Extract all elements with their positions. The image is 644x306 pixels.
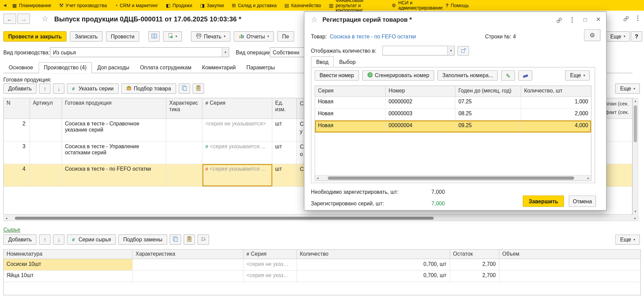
cell-nomenclature-current[interactable]: Сосиски 10шт: [4, 259, 133, 270]
series-row-selected[interactable]: Новая 00000004 09.25 4,000: [315, 120, 591, 132]
col-plan-fact[interactable]: план (сек. факт (сек.: [603, 98, 632, 118]
raw-table-row[interactable]: Яйца 10шт <серия не указ… 0,700, шт 2,70…: [4, 271, 640, 282]
cell-series-current[interactable]: #<серия указывается ...: [202, 164, 272, 186]
col-characteristic[interactable]: Характеристика: [166, 98, 202, 118]
more-button-dialog[interactable]: Еще▾: [565, 70, 590, 81]
tab-employee-pay[interactable]: Оплата сотрудникам: [135, 62, 197, 73]
menu-item-crm[interactable]: ◔CRM и маркетинг: [111, 2, 162, 8]
move-up-button[interactable]: ↑: [39, 84, 51, 94]
copy-row-button[interactable]: [170, 235, 181, 245]
col-product[interactable]: Готовая продукция: [62, 98, 166, 118]
back-button[interactable]: ←: [3, 14, 16, 24]
post-button[interactable]: Провести: [106, 31, 140, 41]
menu-item-sales[interactable]: ◧Продажи: [162, 2, 196, 8]
pick-goods-button[interactable]: Подбор товара: [121, 84, 176, 94]
move-down-button[interactable]: ↓: [53, 84, 65, 94]
col-rest[interactable]: Остаток: [450, 250, 499, 259]
more-button-raw[interactable]: Еще▾: [615, 235, 640, 245]
generate-number-button[interactable]: Сгенерировать номер: [362, 70, 434, 81]
scroll-track[interactable]: [633, 104, 638, 209]
col-series[interactable]: Серия: [315, 86, 386, 96]
scroll-right-icon[interactable]: ▸: [632, 216, 638, 220]
menu-item-treasury[interactable]: ▤Казначейство: [281, 2, 325, 8]
series-row[interactable]: Новая 00000003 08.25 2,000: [315, 108, 591, 120]
help-button[interactable]: ?: [631, 31, 642, 41]
menu-item-warehouse[interactable]: ⊞Склад и доставка: [228, 2, 280, 8]
copy-row-button[interactable]: [179, 84, 190, 94]
link-icon[interactable]: [554, 15, 564, 25]
set-series-button[interactable]: #Указать серии: [67, 84, 118, 94]
edit-button[interactable]: ✎: [501, 70, 515, 81]
post-and-close-button[interactable]: Провести и закрыть: [3, 31, 67, 41]
move-down-button[interactable]: ↓: [53, 235, 65, 245]
kebab-icon[interactable]: ⋮: [567, 15, 577, 25]
col-series[interactable]: #Серия: [202, 98, 272, 118]
output-table-vscrollbar[interactable]: ▴ ▾: [632, 98, 638, 215]
tab-extra-costs[interactable]: Доп расходы: [92, 62, 135, 73]
paste-row-button[interactable]: [184, 235, 195, 245]
add-row-button[interactable]: Добавить: [3, 84, 37, 94]
scroll-down-icon[interactable]: ▾: [633, 209, 638, 215]
scroll-left-icon[interactable]: ◂: [315, 176, 320, 181]
forward-button[interactable]: →: [17, 14, 30, 24]
col-article[interactable]: Артикул: [30, 98, 62, 118]
col-valid-until[interactable]: Годен до (месяц, год): [456, 86, 521, 96]
paste-row-button[interactable]: [192, 84, 204, 94]
production-type-input[interactable]: Из сырья ▼: [50, 47, 229, 57]
col-unit[interactable]: Ед. изм.: [272, 98, 297, 118]
reorder-list-button[interactable]: [198, 235, 209, 245]
tab-main[interactable]: Основное: [3, 62, 39, 73]
print-button[interactable]: Печать ▾: [191, 31, 231, 41]
open-form-button[interactable]: [458, 46, 469, 55]
chevron-down-icon[interactable]: ▼: [222, 48, 229, 57]
settings-button[interactable]: ⚙: [584, 29, 600, 41]
goto-button-partial[interactable]: Пе: [277, 31, 294, 41]
tab-comment[interactable]: Комментарий: [197, 62, 241, 73]
chevron-down-icon[interactable]: ▼: [447, 46, 454, 55]
scroll-thumb[interactable]: [328, 176, 574, 180]
add-raw-row-button[interactable]: Добавить: [3, 235, 37, 245]
series-row[interactable]: Новая 00000002 07.25 1,000: [315, 97, 591, 108]
cancel-button[interactable]: Отмена: [569, 196, 596, 207]
scroll-left-icon[interactable]: ◂: [4, 216, 9, 220]
scroll-thumb[interactable]: [634, 105, 637, 142]
reports-button[interactable]: Отчеты ▾: [234, 31, 274, 41]
more-button-output[interactable]: Еще▾: [615, 84, 640, 94]
tab-parameters[interactable]: Параметры: [241, 62, 280, 73]
tab-input[interactable]: Ввод: [311, 56, 334, 68]
menu-item-admin[interactable]: ⚙НСИ и администрирование: [388, 0, 441, 11]
create-based-on-button[interactable]: ▾: [163, 31, 182, 41]
fill-numbers-button[interactable]: Заполнить номера...: [438, 70, 498, 81]
kebab-icon[interactable]: ⋮: [633, 13, 643, 23]
tab-production[interactable]: Производство (4): [38, 62, 92, 73]
finish-button[interactable]: Завершить: [523, 196, 564, 207]
menu-collapse-icon[interactable]: ◀: [2, 3, 8, 7]
menu-item-purchases[interactable]: ◨Закупки: [196, 2, 227, 8]
col-n[interactable]: N: [4, 98, 30, 118]
menu-item-help[interactable]: ?Помощь: [442, 2, 473, 8]
raw-table-row-selected[interactable]: Сосиски 10шт <серия не указ… 0,700, шт 2…: [4, 259, 640, 271]
scroll-track[interactable]: [320, 176, 586, 181]
col-series[interactable]: #Серия: [243, 250, 297, 259]
link-icon[interactable]: [621, 14, 631, 23]
series-table-hscrollbar[interactable]: ◂ ▸: [315, 175, 591, 181]
scroll-right-icon[interactable]: ▸: [586, 176, 591, 181]
product-link[interactable]: Сосиска в тесте - по FEFO остатки: [330, 33, 416, 39]
output-table-hscrollbar[interactable]: ◂ ▸: [3, 216, 638, 221]
col-number[interactable]: Номер: [386, 86, 456, 96]
display-quantity-combo[interactable]: ▼: [382, 46, 455, 55]
raw-section-link[interactable]: Сырье: [3, 227, 20, 233]
save-button[interactable]: Записать: [70, 31, 103, 41]
scroll-track[interactable]: [9, 216, 632, 220]
scroll-thumb[interactable]: [15, 217, 434, 220]
maximize-icon[interactable]: □: [580, 15, 590, 25]
favorite-star-icon[interactable]: ☆: [311, 15, 318, 24]
enter-number-button[interactable]: Ввести номер: [315, 70, 359, 81]
col-quantity[interactable]: Количество, шт: [521, 86, 591, 96]
clear-button[interactable]: [518, 70, 532, 81]
pick-replacement-button[interactable]: Подбор замены: [118, 235, 167, 245]
menu-item-production-accounting[interactable]: ⚒Учет производства: [55, 2, 111, 8]
col-characteristic[interactable]: Характеристика: [133, 250, 244, 259]
accounting-entries-button[interactable]: [148, 31, 160, 41]
raw-series-button[interactable]: #Серии сырья: [67, 235, 116, 245]
